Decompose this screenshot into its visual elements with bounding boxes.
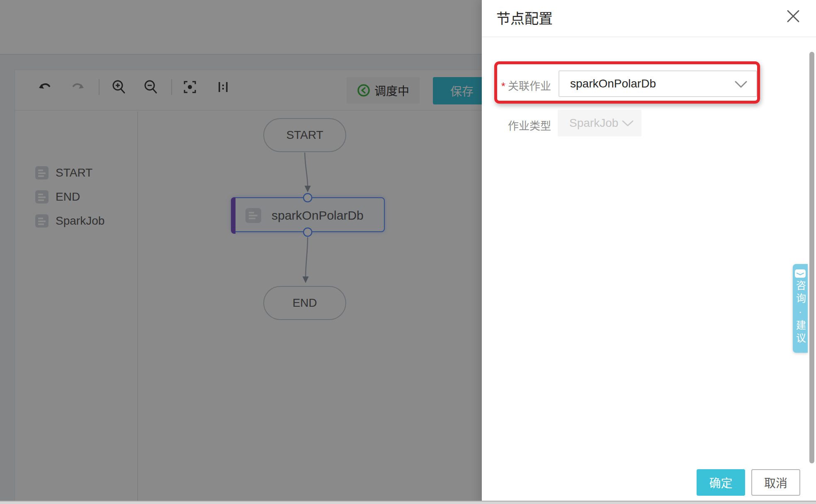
- consult-icon: [795, 269, 806, 278]
- job-type-label: 作业类型: [496, 117, 551, 133]
- panel-header: 节点配置: [482, 0, 816, 37]
- associated-job-label: *关联作业: [496, 78, 551, 93]
- confirm-button[interactable]: 确定: [697, 469, 745, 496]
- job-type-value: SparkJob: [569, 116, 618, 130]
- panel-title: 节点配置: [496, 7, 553, 28]
- consult-suggest-widget[interactable]: 咨询·建议: [793, 264, 808, 353]
- close-button[interactable]: [784, 7, 802, 25]
- cancel-button[interactable]: 取消: [751, 469, 800, 496]
- chevron-down-icon: [622, 120, 634, 127]
- confirm-button-label: 确定: [709, 474, 732, 491]
- chevron-down-icon: [734, 80, 748, 89]
- consult-widget-label: 咨询·建议: [793, 280, 808, 346]
- job-type-select[interactable]: SparkJob: [558, 110, 641, 136]
- page-scrollbar-thumb[interactable]: [809, 52, 814, 463]
- associated-job-select[interactable]: sparkOnPolarDb: [559, 70, 757, 97]
- modal-overlay-mask[interactable]: [0, 0, 482, 504]
- node-config-panel: 节点配置 *关联作业 sparkOnPolarDb 作业类型 SparkJob: [482, 0, 816, 504]
- app-window: 调度中 保存 START: [0, 0, 816, 504]
- associated-job-value: sparkOnPolarDb: [570, 77, 656, 90]
- window-bottom-edge: [0, 501, 816, 504]
- cancel-button-label: 取消: [764, 474, 787, 491]
- close-icon: [785, 8, 801, 24]
- required-asterisk: *: [501, 80, 505, 92]
